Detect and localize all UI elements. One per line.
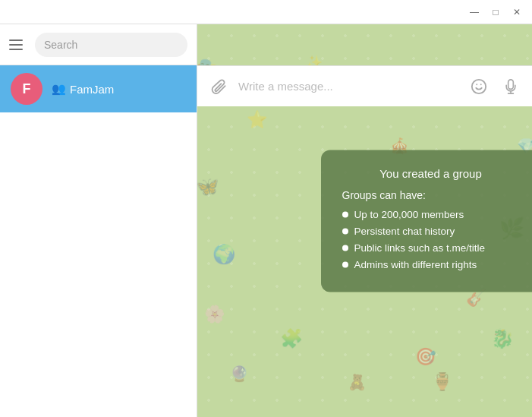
svg-text:🏺: 🏺 — [432, 371, 453, 392]
svg-point-26 — [472, 79, 486, 93]
chat-info: 👥 FamJam — [52, 82, 114, 96]
app-body: F 👥 FamJam FamJam 6 members — [0, 24, 532, 417]
svg-text:🔮: 🔮 — [230, 365, 249, 383]
bullet-icon — [342, 245, 348, 251]
svg-text:🦋: 🦋 — [197, 175, 219, 198]
title-bar: — □ ✕ — [0, 0, 532, 24]
emoji-button[interactable] — [467, 74, 491, 99]
list-item[interactable]: F 👥 FamJam — [0, 65, 197, 112]
group-icon: 👥 — [52, 82, 66, 96]
svg-text:🎯: 🎯 — [415, 346, 436, 367]
chat-list: F 👥 FamJam — [0, 65, 197, 417]
search-input[interactable] — [44, 39, 178, 51]
info-card-list: Up to 200,000 members Persistent chat hi… — [342, 208, 520, 270]
sidebar: F 👥 FamJam — [0, 24, 197, 417]
maximize-button[interactable]: □ — [486, 3, 505, 21]
info-card-title: You created a group — [342, 166, 520, 179]
hamburger-menu-button[interactable] — [9, 36, 27, 54]
bullet-icon — [342, 211, 348, 217]
svg-text:🧩: 🧩 — [280, 327, 304, 350]
chat-input-area — [197, 65, 532, 106]
bullet-icon — [342, 261, 348, 267]
list-item: Persistent chat history — [342, 225, 520, 236]
chat-area: FamJam 6 members — [197, 24, 532, 417]
info-card-subtitle: Groups can have: — [342, 188, 520, 201]
message-input[interactable] — [238, 80, 459, 93]
search-box[interactable] — [35, 33, 187, 57]
svg-text:⭐: ⭐ — [247, 109, 268, 130]
svg-text:🐉: 🐉 — [491, 327, 515, 350]
chat-name: 👥 FamJam — [52, 82, 114, 96]
svg-text:🌸: 🌸 — [204, 304, 225, 324]
bullet-icon — [342, 228, 348, 234]
svg-text:🧸: 🧸 — [348, 373, 367, 391]
mic-button[interactable] — [499, 74, 523, 99]
svg-text:🌍: 🌍 — [212, 243, 236, 266]
sidebar-header — [0, 24, 197, 65]
avatar: F — [11, 73, 42, 105]
minimize-button[interactable]: — — [465, 3, 483, 21]
list-item: Admins with different rights — [342, 258, 520, 270]
attach-button[interactable] — [206, 74, 231, 99]
list-item: Public links such as t.me/title — [342, 242, 520, 253]
info-card: You created a group Groups can have: Up … — [321, 150, 533, 292]
close-button[interactable]: ✕ — [508, 3, 526, 21]
list-item: Up to 200,000 members — [342, 208, 520, 220]
